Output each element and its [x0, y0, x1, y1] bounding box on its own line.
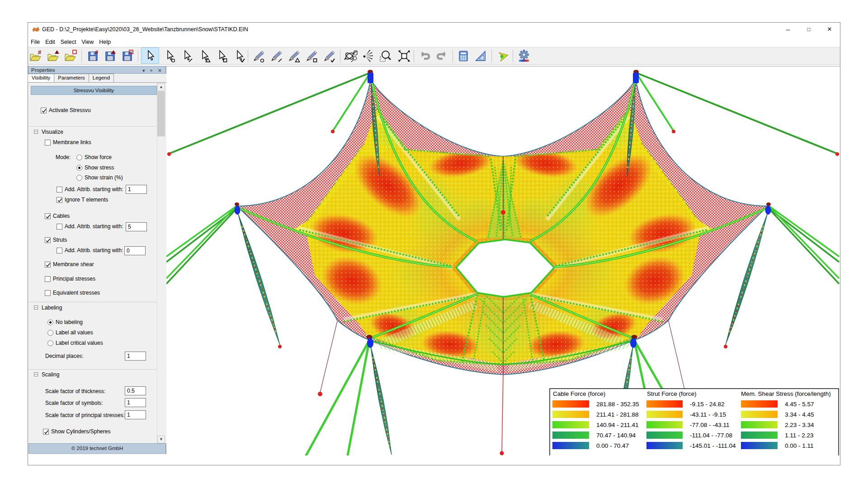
svg-text:0.00 - 1.11: 0.00 - 1.11	[785, 442, 814, 449]
svg-text:281.88 - 352.35: 281.88 - 352.35	[596, 401, 639, 408]
svg-text:Mem. Shear Stress (force/lengt: Mem. Shear Stress (force/length)	[741, 390, 831, 397]
svg-text:Cable Force (force): Cable Force (force)	[553, 390, 605, 397]
svg-text:-111.04 - -77.08: -111.04 - -77.08	[690, 432, 732, 439]
svg-text:-9.15 - 24.82: -9.15 - 24.82	[690, 401, 725, 408]
svg-text:-77.08 - -43.11: -77.08 - -43.11	[690, 422, 730, 428]
svg-text:#: #	[95, 49, 99, 56]
svg-text:-145.01 - -111.04: -145.01 - -111.04	[690, 442, 736, 449]
svg-text:0.00 - 70.47: 0.00 - 70.47	[596, 442, 629, 449]
svg-text:#: #	[38, 49, 42, 56]
svg-text:4.45 - 5.57: 4.45 - 5.57	[785, 401, 814, 408]
svg-text:Strut Force (force): Strut Force (force)	[647, 390, 697, 397]
svg-text:2.23 - 3.34: 2.23 - 3.34	[785, 422, 814, 428]
svg-text:211.41 - 281.88: 211.41 - 281.88	[596, 411, 639, 418]
svg-text:-43.11 - -9.15: -43.11 - -9.15	[690, 411, 726, 418]
svg-text:3.34 - 4.45: 3.34 - 4.45	[785, 411, 814, 418]
svg-text:140.94 - 211.41: 140.94 - 211.41	[596, 422, 639, 428]
svg-text:70.47 - 140.94: 70.47 - 140.94	[596, 432, 636, 439]
svg-text:1.11 - 2.23: 1.11 - 2.23	[785, 432, 814, 439]
